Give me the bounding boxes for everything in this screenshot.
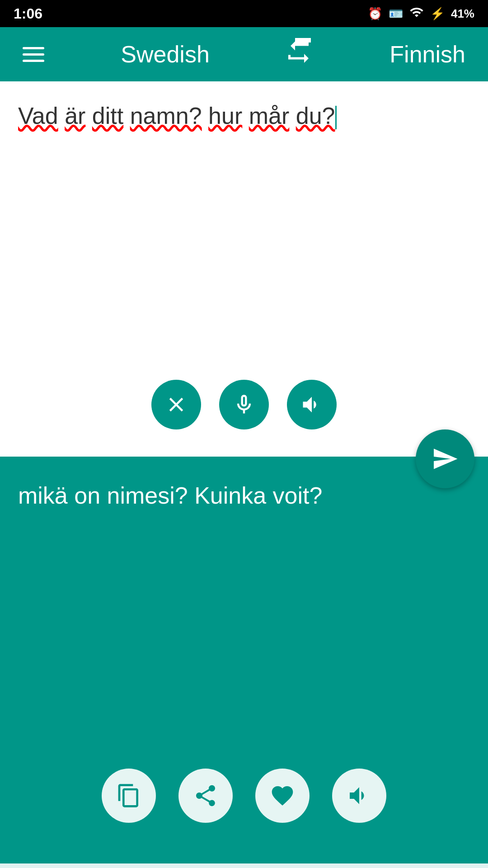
battery-text: 41% xyxy=(451,7,474,21)
copy-button[interactable] xyxy=(102,769,156,823)
word-vad: Vad xyxy=(18,103,58,129)
word-ditt: ditt xyxy=(92,103,123,129)
charging-icon: ⚡ xyxy=(430,7,445,21)
output-controls xyxy=(0,750,488,836)
favorite-button[interactable] xyxy=(255,769,310,823)
word-mar: mår xyxy=(249,103,290,129)
word-ar: är xyxy=(65,103,85,129)
sim-icon: 🪪 xyxy=(389,7,403,21)
status-bar: 1:06 ⏰ 🪪 ⚡ 41% xyxy=(0,0,488,27)
swap-languages-button[interactable] xyxy=(286,38,313,71)
translate-button[interactable] xyxy=(416,429,474,488)
output-area: mikä on nimesi? Kuinka voit? xyxy=(0,457,488,863)
source-text-display: Vad är ditt namn? hur mår du? xyxy=(18,99,470,371)
toolbar: Swedish Finnish xyxy=(0,27,488,81)
clear-button[interactable] xyxy=(151,380,201,429)
source-language[interactable]: Swedish xyxy=(121,41,210,68)
word-hur: hur xyxy=(208,103,242,129)
alarm-icon: ⏰ xyxy=(368,7,382,21)
share-button[interactable] xyxy=(178,769,233,823)
speak-input-button[interactable] xyxy=(287,380,337,429)
menu-button[interactable] xyxy=(23,47,44,62)
word-du: du? xyxy=(296,103,335,129)
text-cursor xyxy=(335,106,337,129)
speak-output-button[interactable] xyxy=(332,769,386,823)
target-language[interactable]: Finnish xyxy=(389,41,465,68)
microphone-button[interactable] xyxy=(219,380,269,429)
status-icons: ⏰ 🪪 ⚡ 41% xyxy=(368,5,474,23)
word-namn: namn? xyxy=(130,103,202,129)
status-time: 1:06 xyxy=(14,5,42,22)
input-area: Vad är ditt namn? hur mår du? xyxy=(0,81,488,457)
translated-text: mikä on nimesi? Kuinka voit? xyxy=(18,479,470,512)
signal-icon xyxy=(409,5,424,23)
input-controls xyxy=(18,371,470,443)
